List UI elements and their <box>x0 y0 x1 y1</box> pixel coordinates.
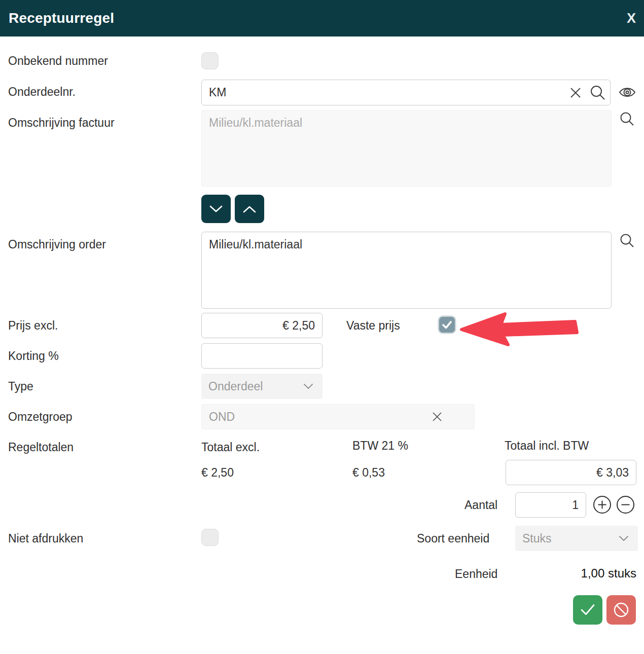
soort-eenheid-select[interactable]: Stuks <box>515 526 638 551</box>
totaal-incl-header: Totaal incl. BTW <box>505 439 589 453</box>
korting-label: Korting % <box>8 349 59 363</box>
prijs-excl-label: Prijs excl. <box>8 319 58 333</box>
annotation-arrow-icon <box>457 310 579 347</box>
decrement-button[interactable] <box>616 495 635 516</box>
type-label: Type <box>8 380 33 393</box>
totaal-incl-input[interactable] <box>506 460 636 485</box>
omschrijving-order-label: Omschrijving order <box>8 238 106 251</box>
onderdeelnr-input[interactable] <box>201 80 611 105</box>
btw-header: BTW 21 % <box>352 439 408 453</box>
vaste-prijs-checkbox[interactable] <box>438 316 456 334</box>
minus-circle-icon <box>616 495 635 514</box>
omzetgroep-label: Omzetgroep <box>8 410 73 424</box>
dialog-title: Receptuurregel <box>9 10 114 26</box>
omzetgroep-field[interactable]: OND <box>201 404 475 429</box>
korting-input[interactable] <box>201 343 323 369</box>
search-factuur-icon[interactable] <box>620 112 635 128</box>
regeltotalen-label: Regeltotalen <box>8 441 74 454</box>
totaal-excl-value: € 2,50 <box>201 466 234 480</box>
chevron-up-icon <box>242 205 257 213</box>
search-onderdeelnr-icon[interactable] <box>590 85 606 102</box>
clear-omzetgroep-icon[interactable] <box>432 411 443 422</box>
plus-circle-icon <box>593 495 612 514</box>
chevron-down-icon <box>619 535 629 541</box>
omschrijving-factuur-label: Omschrijving factuur <box>8 116 115 130</box>
onbekend-nummer-label: Onbekend nummer <box>8 54 108 68</box>
onbekend-nummer-checkbox[interactable] <box>201 52 219 69</box>
omschrijving-order-textarea[interactable]: Milieu/kl.materiaal <box>201 232 612 309</box>
no-symbol-icon <box>612 601 630 619</box>
chevron-down-icon <box>303 383 313 389</box>
search-order-icon[interactable] <box>620 233 635 250</box>
move-up-button[interactable] <box>235 195 264 223</box>
vaste-prijs-label: Vaste prijs <box>346 319 400 333</box>
omschrijving-factuur-textarea[interactable] <box>201 110 612 187</box>
move-down-button[interactable] <box>201 195 231 223</box>
confirm-button[interactable] <box>573 595 602 625</box>
prijs-excl-input[interactable] <box>201 313 323 338</box>
eenheid-label: Eenheid <box>455 567 497 581</box>
type-select-value: Onderdeel <box>208 380 263 393</box>
checkmark-icon <box>442 320 452 329</box>
omzetgroep-value: OND <box>209 410 235 424</box>
close-icon[interactable]: X <box>627 0 636 37</box>
increment-button[interactable] <box>593 495 612 516</box>
cancel-button[interactable] <box>606 595 636 625</box>
type-select[interactable]: Onderdeel <box>201 374 323 399</box>
niet-afdrukken-checkbox[interactable] <box>201 529 219 546</box>
eenheid-value: 1,00 stuks <box>581 566 636 580</box>
chevron-down-icon <box>209 205 223 213</box>
soort-eenheid-label: Soort eenheid <box>417 532 489 546</box>
check-icon <box>580 603 596 616</box>
niet-afdrukken-label: Niet afdrukken <box>8 532 83 546</box>
totaal-excl-header: Totaal excl. <box>201 441 260 454</box>
onderdeelnr-label: Onderdeelnr. <box>8 85 76 99</box>
eye-icon[interactable] <box>619 85 636 101</box>
dialog-header: Receptuurregel X <box>0 0 644 37</box>
aantal-label: Aantal <box>464 498 497 512</box>
btw-value: € 0,53 <box>352 466 385 480</box>
aantal-input[interactable] <box>515 492 586 518</box>
clear-onderdeelnr-icon[interactable] <box>569 86 582 101</box>
soort-eenheid-value: Stuks <box>522 532 552 546</box>
